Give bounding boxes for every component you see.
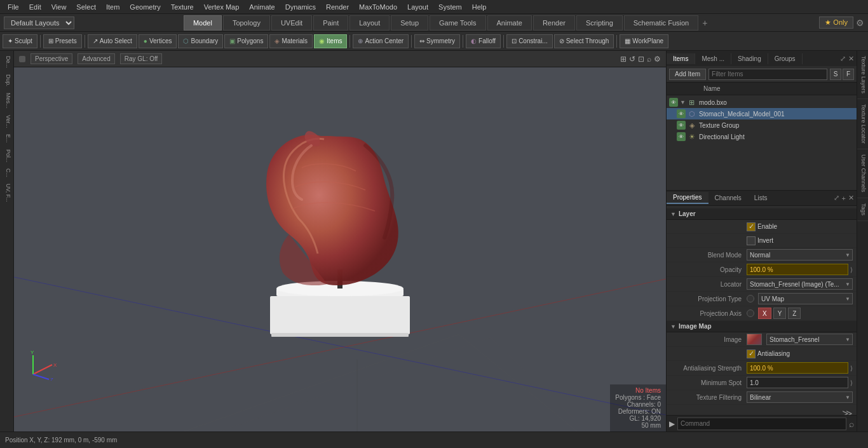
workplane-button[interactable]: ▦ WorkPlane — [620, 34, 668, 48]
locator-select[interactable]: Stomach_Fresnel (Image) (Te... — [747, 278, 853, 290]
settings-icon[interactable]: ⚙ — [856, 18, 864, 28]
projection-type-radio[interactable] — [747, 295, 754, 302]
vtab-texture-locator[interactable]: Texture Locator — [857, 99, 868, 149]
raygl-label[interactable]: Ray GL: Off — [120, 53, 163, 64]
items-expand-icon[interactable]: ⤢ — [840, 55, 846, 63]
menu-vertex-map[interactable]: Vertex Map — [199, 2, 245, 12]
vtab-user-channels[interactable]: User Channels — [857, 149, 868, 198]
auto-select-button[interactable]: ↗ Auto Select — [88, 34, 137, 48]
polygons-button[interactable]: ▣ Polygons — [224, 34, 268, 48]
col-f-button[interactable]: F — [843, 69, 854, 80]
tab-schematic-fusion[interactable]: Schematic Fusion — [624, 15, 698, 31]
vtab-tags[interactable]: Tags — [857, 198, 868, 221]
menu-geometry[interactable]: Geometry — [125, 2, 165, 12]
menu-render[interactable]: Render — [321, 2, 354, 12]
left-tab-dup[interactable]: Dup. — [1, 72, 13, 89]
items-tab-mesh[interactable]: Mesh ... — [695, 53, 731, 64]
props-tab-channels[interactable]: Channels — [709, 193, 748, 203]
viewport-settings-icon[interactable]: ⚙ — [654, 55, 661, 64]
axis-x-button[interactable]: X — [758, 308, 771, 319]
tab-setup[interactable]: Setup — [391, 15, 428, 31]
image-map-section-header[interactable]: ▼ Image Map — [667, 321, 857, 332]
menu-help[interactable]: Help — [467, 2, 492, 12]
presets-button[interactable]: ⊞ Presets — [43, 34, 82, 48]
left-tab-ver[interactable]: Ver... — [1, 112, 13, 131]
add-layout-button[interactable]: + — [700, 18, 710, 28]
tab-scripting[interactable]: Scripting — [576, 15, 623, 31]
menu-dynamics[interactable]: Dynamics — [280, 2, 321, 12]
vis-icon-stomach[interactable]: 👁 — [677, 109, 686, 118]
items-collapse-icon[interactable]: ✕ — [848, 55, 854, 63]
command-input[interactable] — [677, 417, 846, 430]
projection-type-select[interactable]: UV Map — [758, 293, 853, 304]
star-only-button[interactable]: ★ Only — [819, 17, 853, 29]
menu-item[interactable]: Item — [101, 2, 125, 12]
menu-maxtomodo[interactable]: MaxToModo — [354, 2, 402, 12]
camera-label[interactable]: Perspective — [31, 53, 72, 64]
menu-animate[interactable]: Animate — [244, 2, 280, 12]
constraints-button[interactable]: ⊡ Constrai... — [506, 34, 553, 48]
tab-render[interactable]: Render — [533, 15, 575, 31]
invert-checkbox[interactable] — [747, 236, 756, 245]
select-through-button[interactable]: ⊘ Select Through — [554, 34, 614, 48]
items-tab-shading[interactable]: Shading — [731, 53, 768, 64]
left-tab-c[interactable]: C... — [1, 166, 13, 180]
viewport-fit-icon[interactable]: ⊡ — [638, 55, 644, 64]
mode-label[interactable]: Advanced — [78, 53, 114, 64]
tab-animate[interactable]: Animate — [487, 15, 532, 31]
tree-item-root[interactable]: 👁 ▼ ⊞ modo.bxo — [667, 97, 857, 108]
tab-paint[interactable]: Paint — [313, 15, 348, 31]
menu-select[interactable]: Select — [71, 2, 101, 12]
axis-z-button[interactable]: Z — [788, 308, 801, 319]
antialiasing-strength-expand-icon[interactable]: ⟩ — [850, 365, 853, 372]
axis-y-button[interactable]: Y — [773, 308, 787, 319]
vis-icon-root[interactable]: 👁 — [669, 98, 678, 107]
props-tab-lists[interactable]: Lists — [748, 193, 774, 203]
left-tab-de[interactable]: De... — [1, 53, 13, 71]
blend-mode-select[interactable]: Normal — [747, 249, 853, 261]
props-expand-icon[interactable]: ⤢ — [834, 194, 839, 202]
boundary-button[interactable]: ⬡ Boundary — [178, 34, 223, 48]
antialiasing-checkbox[interactable]: ✓ — [747, 350, 756, 358]
tab-game-tools[interactable]: Game Tools — [430, 15, 486, 31]
menu-edit[interactable]: Edit — [24, 2, 46, 12]
left-tab-pol[interactable]: Pol... — [1, 147, 13, 165]
image-swatch[interactable] — [747, 334, 762, 345]
items-button[interactable]: ◉ Items — [314, 34, 347, 48]
enable-checkbox[interactable]: ✓ — [747, 222, 756, 231]
menu-view[interactable]: View — [46, 2, 72, 12]
viewport-camera-icon[interactable]: ⊞ — [620, 55, 627, 64]
cmd-search-icon[interactable]: ⌕ — [849, 419, 854, 429]
vtab-texture-layers[interactable]: Texture Layers — [857, 51, 868, 99]
tree-item-dirlight[interactable]: 👁 ☀ Directional Light — [667, 131, 857, 142]
cmd-left-arrow[interactable]: ▶ — [669, 419, 675, 428]
props-add-icon[interactable]: + — [842, 194, 846, 202]
tab-topology[interactable]: Topology — [223, 15, 270, 31]
vis-icon-dirlight[interactable]: 👁 — [677, 132, 686, 141]
props-collapse-icon[interactable]: ✕ — [848, 194, 854, 202]
menu-texture[interactable]: Texture — [166, 2, 199, 12]
minimum-spot-input[interactable] — [747, 377, 848, 388]
viewport-search-icon[interactable]: ⌕ — [647, 55, 651, 64]
vertices-button[interactable]: ● Vertices — [139, 34, 177, 48]
falloff-button[interactable]: ◐ Falloff — [466, 34, 501, 48]
layout-dropdown[interactable]: Default Layouts — [4, 17, 74, 29]
add-item-button[interactable]: Add Item — [669, 69, 706, 80]
items-tab-groups[interactable]: Groups — [768, 53, 803, 64]
texture-filtering-select[interactable]: Bilinear — [747, 391, 853, 403]
projection-axis-radio[interactable] — [747, 309, 754, 317]
image-select[interactable]: Stomach_Fresnel — [766, 334, 853, 345]
viewport-rotate-icon[interactable]: ↺ — [629, 55, 635, 64]
tab-layout[interactable]: Layout — [349, 15, 390, 31]
expand-right-button[interactable]: ≫ — [842, 407, 853, 415]
vis-icon-texgroup[interactable]: 👁 — [677, 121, 686, 130]
props-tab-properties[interactable]: Properties — [667, 192, 709, 204]
action-center-button[interactable]: ⊕ Action Center — [353, 34, 409, 48]
scene-area[interactable]: X Y Z No Items Polygons : Face Channels:… — [14, 67, 666, 431]
tree-item-stomach[interactable]: 👁 ⬡ Stomach_Medical_Model_001 — [667, 108, 857, 119]
tree-item-texgroup[interactable]: 👁 ◈ Texture Group — [667, 119, 857, 131]
tab-model[interactable]: Model — [184, 15, 222, 31]
col-s-button[interactable]: S — [830, 69, 841, 80]
sculpt-button[interactable]: ✦ Sculpt — [3, 34, 37, 48]
minimum-spot-expand-icon[interactable]: ⟩ — [850, 379, 853, 386]
